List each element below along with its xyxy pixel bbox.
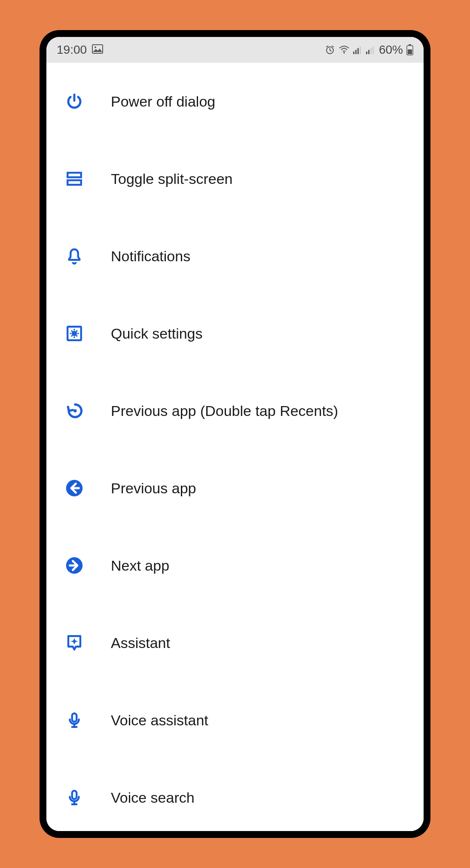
svg-rect-23 bbox=[72, 791, 77, 799]
microphone-icon bbox=[64, 709, 85, 731]
svg-point-19 bbox=[73, 409, 76, 412]
menu-item-previous-app-recents[interactable]: Previous app (Double tap Recents) bbox=[46, 372, 424, 449]
menu-label: Toggle split-screen bbox=[111, 171, 232, 187]
svg-rect-4 bbox=[353, 52, 354, 54]
svg-rect-11 bbox=[372, 46, 374, 54]
alarm-icon bbox=[325, 45, 335, 55]
svg-rect-6 bbox=[357, 48, 359, 54]
svg-rect-9 bbox=[368, 50, 369, 54]
bell-icon bbox=[64, 245, 85, 267]
svg-point-18 bbox=[72, 331, 77, 336]
restore-icon bbox=[64, 400, 85, 422]
menu-item-split-screen[interactable]: Toggle split-screen bbox=[46, 140, 424, 217]
menu-item-assistant[interactable]: Assistant bbox=[46, 604, 424, 682]
menu-label: Power off dialog bbox=[111, 93, 215, 110]
menu-item-power-off[interactable]: Power off dialog bbox=[46, 63, 424, 140]
status-right: 60% bbox=[325, 43, 413, 57]
menu-label: Voice assistant bbox=[111, 712, 208, 729]
battery-percent: 60% bbox=[379, 43, 403, 57]
svg-rect-7 bbox=[360, 46, 361, 54]
menu-label: Previous app (Double tap Recents) bbox=[111, 403, 338, 419]
battery-icon bbox=[406, 44, 413, 55]
quick-settings-icon bbox=[64, 323, 85, 344]
svg-point-1 bbox=[95, 46, 96, 48]
picture-icon bbox=[92, 43, 103, 57]
menu-item-quick-settings[interactable]: Quick settings bbox=[46, 295, 424, 372]
status-time: 19:00 bbox=[57, 43, 87, 57]
screen: 19:00 60% bbox=[46, 37, 424, 831]
microphone-icon bbox=[64, 787, 85, 808]
split-screen-icon bbox=[64, 168, 85, 189]
arrow-left-circle-icon bbox=[64, 477, 85, 499]
menu-label: Next app bbox=[111, 557, 169, 574]
menu-item-next-app[interactable]: Next app bbox=[46, 527, 424, 604]
status-bar: 19:00 60% bbox=[46, 37, 424, 63]
menu-label: Notifications bbox=[111, 248, 190, 265]
svg-rect-15 bbox=[67, 173, 81, 177]
svg-rect-14 bbox=[408, 49, 412, 54]
menu-label: Voice search bbox=[111, 789, 195, 806]
signal-icon-2 bbox=[366, 46, 375, 54]
status-left: 19:00 bbox=[57, 43, 103, 57]
menu-item-previous-app[interactable]: Previous app bbox=[46, 449, 424, 527]
wifi-icon bbox=[339, 46, 350, 54]
menu-label: Quick settings bbox=[111, 325, 203, 342]
menu-label: Previous app bbox=[111, 480, 196, 497]
menu-list: Power off dialog Toggle split-screen Not… bbox=[46, 63, 424, 831]
menu-label: Assistant bbox=[111, 635, 170, 651]
phone-frame: 19:00 60% bbox=[40, 30, 430, 838]
svg-rect-5 bbox=[355, 50, 357, 54]
arrow-right-circle-icon bbox=[64, 555, 85, 576]
signal-icon-1 bbox=[353, 46, 363, 54]
assistant-icon bbox=[64, 632, 85, 654]
menu-item-voice-assistant[interactable]: Voice assistant bbox=[46, 682, 424, 759]
svg-point-3 bbox=[343, 52, 345, 54]
svg-rect-22 bbox=[72, 713, 77, 721]
power-icon bbox=[64, 91, 85, 112]
svg-rect-8 bbox=[366, 52, 367, 54]
svg-rect-16 bbox=[67, 180, 81, 185]
svg-rect-10 bbox=[370, 48, 372, 54]
menu-item-voice-search[interactable]: Voice search bbox=[46, 759, 424, 831]
menu-item-notifications[interactable]: Notifications bbox=[46, 217, 424, 295]
